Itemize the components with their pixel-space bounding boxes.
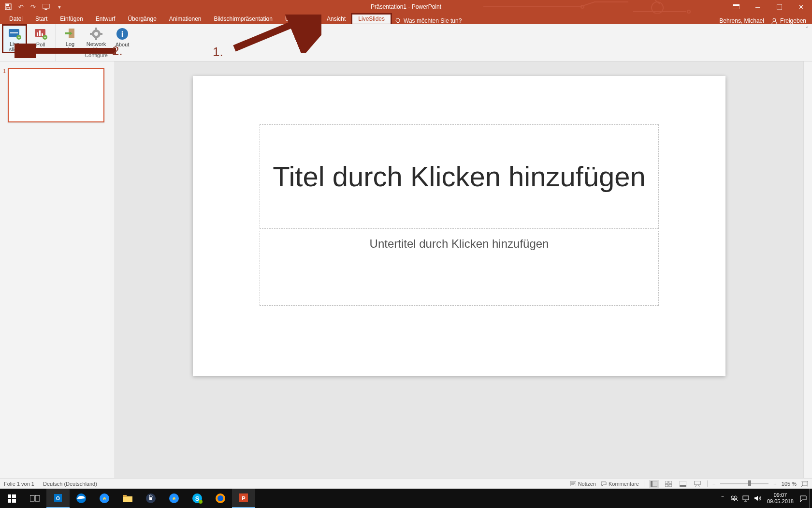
svg-rect-43: [669, 481, 672, 483]
taskbar-powerpoint[interactable]: P: [232, 489, 255, 508]
svg-text:+: +: [44, 35, 46, 40]
live-slide-button[interactable]: + Live slide: [3, 25, 26, 52]
slide-counter[interactable]: Folie 1 von 1: [4, 481, 34, 487]
svg-rect-26: [95, 28, 97, 30]
slide[interactable]: Titel durch Klicken hinzufügen Untertite…: [193, 76, 725, 376]
tray-volume-icon[interactable]: [752, 489, 763, 508]
slide-sorter-view-button[interactable]: [664, 480, 673, 488]
slide-canvas-area[interactable]: Titel durch Klicken hinzufügen Untertite…: [115, 61, 803, 478]
svg-rect-7: [733, 4, 740, 6]
tab-ansicht[interactable]: Ansicht: [320, 14, 352, 24]
zoom-level[interactable]: 105 %: [782, 481, 797, 487]
taskbar-firefox[interactable]: [209, 489, 232, 508]
tray-network-icon[interactable]: [740, 489, 752, 508]
workspace: 1 Titel durch Klicken hinzufügen Unterti…: [0, 61, 812, 478]
taskbar-skype[interactable]: S: [186, 489, 209, 508]
ribbon-display-options-icon[interactable]: [725, 0, 747, 14]
save-icon[interactable]: [5, 3, 12, 10]
annotation-label-1: 1.: [213, 45, 223, 60]
maximize-button[interactable]: [768, 0, 790, 14]
svg-point-73: [218, 495, 223, 501]
svg-rect-2: [7, 7, 10, 9]
ribbon-tabs: Datei Start Einfügen Entwurf Übergänge A…: [0, 14, 812, 24]
tab-bildschirmpraesentation[interactable]: Bildschirmpräsentation: [208, 14, 279, 24]
undo-icon[interactable]: ↶: [18, 3, 24, 11]
minimize-button[interactable]: ─: [747, 0, 768, 14]
tell-me-search[interactable]: Was möchten Sie tun?: [395, 17, 462, 24]
tab-einfuegen[interactable]: Einfügen: [54, 14, 89, 24]
tray-people-icon[interactable]: [728, 489, 740, 508]
taskbar-edge[interactable]: [70, 489, 93, 508]
reading-view-button[interactable]: [678, 480, 688, 488]
tray-action-center-icon[interactable]: [798, 489, 809, 508]
comments-button[interactable]: Kommentare: [601, 481, 639, 487]
slide-thumbnail-row[interactable]: 1: [0, 68, 115, 122]
title-placeholder[interactable]: Titel durch Klicken hinzufügen: [260, 124, 659, 229]
network-settings-button[interactable]: Network settings: [85, 25, 108, 52]
language-indicator[interactable]: Deutsch (Deutschland): [43, 481, 97, 487]
svg-rect-29: [100, 33, 102, 35]
share-button[interactable]: Freigeben: [771, 17, 806, 24]
taskbar-clock[interactable]: 09:07 09.05.2018: [763, 492, 798, 505]
notes-button[interactable]: Notizen: [570, 481, 596, 487]
svg-rect-45: [669, 484, 672, 487]
tab-start[interactable]: Start: [29, 14, 54, 24]
svg-rect-63: [123, 496, 132, 502]
task-view-button[interactable]: [23, 489, 46, 508]
svg-rect-47: [680, 485, 686, 487]
zoom-slider-thumb[interactable]: [748, 480, 751, 486]
svg-rect-57: [35, 495, 40, 501]
qat-more-icon[interactable]: ▼: [57, 4, 62, 10]
taskbar-ie[interactable]: e: [93, 489, 116, 508]
svg-point-77: [734, 496, 737, 499]
vertical-scrollbar[interactable]: [803, 61, 812, 478]
subtitle-placeholder[interactable]: Untertitel durch Klicken hinzufügen: [260, 231, 659, 306]
log-in-label: Log in: [66, 42, 74, 52]
zoom-out-button[interactable]: −: [712, 481, 715, 487]
svg-rect-55: [12, 499, 16, 503]
tab-liveslides[interactable]: LiveSlides: [352, 14, 391, 24]
slideshow-view-button[interactable]: [693, 480, 702, 488]
tab-entwurf[interactable]: Entwurf: [89, 14, 122, 24]
start-show-icon[interactable]: [43, 4, 50, 10]
tab-animationen[interactable]: Animationen: [163, 14, 208, 24]
svg-rect-16: [37, 32, 38, 36]
poll-icon: +: [33, 26, 48, 42]
tab-ueberpruefen[interactable]: Überprüfen: [279, 14, 320, 24]
fit-to-window-button[interactable]: [801, 481, 808, 487]
start-button[interactable]: [0, 489, 23, 508]
notes-icon: [570, 481, 576, 486]
title-placeholder-text: Titel durch Klicken hinzufügen: [273, 158, 646, 194]
svg-line-35: [234, 20, 302, 48]
svg-point-4: [581, 5, 584, 8]
svg-rect-18: [42, 33, 43, 36]
clock-time: 09:07: [767, 492, 794, 498]
svg-marker-81: [754, 496, 758, 501]
zoom-in-button[interactable]: +: [773, 481, 776, 487]
ribbon-group-configure: Log in Network settings i About Configur…: [56, 24, 137, 61]
tab-datei[interactable]: Datei: [3, 14, 29, 24]
svg-rect-41: [651, 481, 652, 487]
user-name[interactable]: Behrens, Michael: [719, 17, 764, 24]
svg-rect-42: [665, 481, 668, 483]
collapse-ribbon-icon[interactable]: ˆ: [806, 26, 808, 33]
svg-rect-64: [123, 495, 127, 497]
svg-point-76: [731, 496, 734, 499]
show-desktop-button[interactable]: [809, 489, 812, 508]
log-in-button[interactable]: Log in: [58, 25, 82, 52]
zoom-slider[interactable]: [720, 483, 768, 484]
taskbar-ie-2[interactable]: e: [162, 489, 186, 508]
poll-button[interactable]: + Poll: [29, 25, 52, 52]
tray-chevron-up-icon[interactable]: ˆ: [717, 489, 728, 508]
normal-view-button[interactable]: [649, 480, 659, 488]
slide-thumbnail[interactable]: [8, 68, 104, 122]
windows-taskbar: O e e S P ˆ 09:07 09.05.2018: [0, 489, 812, 508]
tab-uebergaenge[interactable]: Übergänge: [121, 14, 162, 24]
subtitle-placeholder-text: Untertitel durch Klicken hinzufügen: [370, 237, 549, 251]
taskbar-secure-app[interactable]: [139, 489, 162, 508]
redo-icon[interactable]: ↷: [30, 3, 36, 11]
taskbar-outlook[interactable]: O: [46, 489, 70, 508]
taskbar-file-explorer[interactable]: [116, 489, 139, 508]
svg-rect-3: [43, 4, 49, 8]
close-button[interactable]: ✕: [790, 0, 812, 14]
